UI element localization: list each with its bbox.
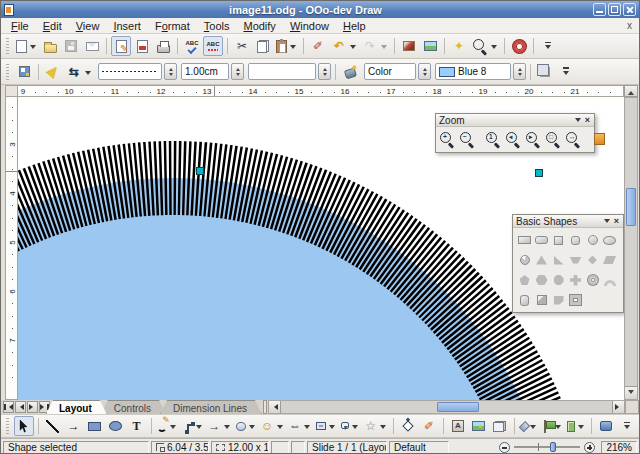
dropdown-arrow-icon[interactable] [249, 425, 255, 432]
redo-button[interactable]: ↷ [360, 36, 390, 56]
select-button[interactable] [14, 416, 34, 436]
dropdown-arrow-icon[interactable] [352, 425, 358, 432]
line-properties-button[interactable] [43, 62, 63, 82]
styles-window-button[interactable] [14, 62, 34, 82]
right-triangle-shape-button[interactable] [550, 250, 567, 270]
scroll-right-button[interactable] [612, 401, 624, 413]
edit-points-button[interactable] [398, 416, 418, 436]
menu-format[interactable]: Format [148, 19, 197, 33]
zoom-in-slider-button[interactable] [584, 442, 595, 453]
shadow-button[interactable] [535, 62, 555, 82]
dropdown-arrow-icon[interactable] [290, 45, 296, 52]
panel-menu-icon[interactable] [604, 219, 610, 226]
print-button[interactable] [153, 36, 173, 56]
horizontal-scrollbar[interactable] [268, 400, 625, 414]
scroll-down-button[interactable] [625, 386, 637, 399]
line-width-field[interactable]: 1.00cm [181, 63, 229, 80]
next-page-button[interactable] [27, 401, 38, 413]
cut-button[interactable]: ✂ [232, 36, 252, 56]
block-arrows-button[interactable]: ⇔ [287, 416, 314, 436]
dropdown-arrow-icon[interactable] [491, 45, 497, 52]
fill-type-spinner[interactable] [418, 63, 431, 80]
zoom-out-slider-button[interactable] [499, 442, 510, 453]
fontwork-button[interactable]: A [448, 416, 468, 436]
arrow-style-button[interactable]: ⇆ [64, 62, 94, 82]
horizontal-scrollbar-thumb[interactable] [437, 402, 479, 412]
zoom-next-button[interactable]: ▸ [523, 129, 543, 149]
line-button[interactable] [43, 416, 63, 436]
new-document-button[interactable] [14, 36, 39, 56]
toolbar-options-button[interactable] [617, 416, 637, 436]
rotate-button[interactable] [519, 416, 540, 436]
line-style-combo[interactable] [98, 63, 162, 80]
arrow-button[interactable]: → [64, 416, 84, 436]
close-button[interactable] [623, 3, 636, 16]
dropdown-arrow-icon[interactable] [170, 425, 176, 432]
cylinder-shape-button[interactable] [516, 290, 533, 310]
isosceles-triangle-shape-button[interactable] [533, 250, 550, 270]
dropdown-arrow-icon[interactable] [578, 425, 584, 432]
zoom-button[interactable] [470, 36, 500, 56]
minimize-button[interactable] [593, 3, 606, 16]
octagon-shape-button[interactable] [550, 270, 567, 290]
menu-modify[interactable]: Modify [236, 19, 282, 33]
hexagon-shape-button[interactable] [533, 270, 550, 290]
horizontal-ruler[interactable]: 9101112131415161718192021 [18, 85, 624, 97]
dropdown-arrow-icon[interactable] [350, 45, 356, 52]
zoom-panel-titlebar[interactable]: Zoom × [436, 114, 594, 127]
circle-shape-button[interactable] [584, 230, 601, 250]
navigator-button[interactable]: ✦ [449, 36, 469, 56]
menu-edit[interactable]: Edit [36, 19, 69, 33]
tab-layout[interactable]: Layout [46, 400, 107, 414]
rounded-rectangle-shape-button[interactable] [533, 230, 550, 250]
hyperlink-button[interactable] [420, 36, 440, 56]
close-document-button[interactable]: x [620, 20, 639, 31]
vertical-scrollbar-thumb[interactable] [626, 188, 636, 226]
dropdown-arrow-icon[interactable] [380, 425, 386, 432]
fill-type-combo[interactable]: Color [364, 63, 416, 80]
block-arc-shape-button[interactable] [601, 270, 618, 290]
zoom-page-button[interactable]: □ [543, 129, 563, 149]
area-style-button[interactable] [340, 62, 360, 82]
toolbar-options-button[interactable] [556, 62, 576, 82]
pie-shape-button[interactable] [516, 250, 533, 270]
square-shape-button[interactable] [550, 230, 567, 250]
edit-file-button[interactable] [111, 36, 131, 56]
canvas[interactable]: Zoom × +−1◂▸□↔ Basic Shapes × [18, 97, 624, 400]
rounded-square-shape-button[interactable] [567, 230, 584, 250]
text-button[interactable]: T [127, 416, 147, 436]
tab-dimension-lines[interactable]: Dimension Lines [160, 400, 262, 414]
menu-view[interactable]: View [69, 19, 107, 33]
diamond-shape-button[interactable] [584, 250, 601, 270]
fill-color-combo[interactable]: Blue 8 [435, 63, 511, 80]
spellcheck-button[interactable]: ABC [182, 36, 202, 56]
flowchart-button[interactable] [314, 416, 337, 436]
insert-picture-button[interactable] [469, 416, 489, 436]
toolbar-options-button[interactable] [538, 36, 558, 56]
first-page-button[interactable] [3, 401, 14, 413]
status-page-style[interactable]: Default [389, 441, 449, 454]
ring-shape-button[interactable] [584, 270, 601, 290]
dropdown-arrow-icon[interactable] [530, 425, 536, 432]
basic-shapes-panel-titlebar[interactable]: Basic Shapes × [513, 215, 623, 228]
menu-tools[interactable]: Tools [197, 19, 237, 33]
dropdown-arrow-icon[interactable] [277, 425, 283, 432]
dropdown-arrow-icon[interactable] [381, 45, 387, 52]
parallelogram-shape-button[interactable] [601, 250, 618, 270]
ellipse-button[interactable] [106, 416, 126, 436]
autospellcheck-button[interactable]: ABC [203, 36, 223, 56]
previous-page-button[interactable] [15, 401, 26, 413]
dropdown-arrow-icon[interactable] [85, 71, 91, 78]
menu-help[interactable]: Help [336, 19, 373, 33]
fill-color-spinner[interactable] [513, 63, 526, 80]
email-document-button[interactable] [82, 36, 102, 56]
gallery-button[interactable] [399, 36, 419, 56]
line-width-spinner[interactable] [231, 63, 244, 80]
menu-insert[interactable]: Insert [106, 19, 148, 33]
dropdown-arrow-icon[interactable] [304, 425, 310, 432]
callouts-button[interactable] [339, 416, 361, 436]
tab-controls[interactable]: Controls [101, 400, 166, 414]
zoom-100-button[interactable]: 1 [483, 129, 503, 149]
zoom-out-button[interactable]: − [457, 129, 477, 149]
dropdown-arrow-icon[interactable] [30, 45, 36, 52]
